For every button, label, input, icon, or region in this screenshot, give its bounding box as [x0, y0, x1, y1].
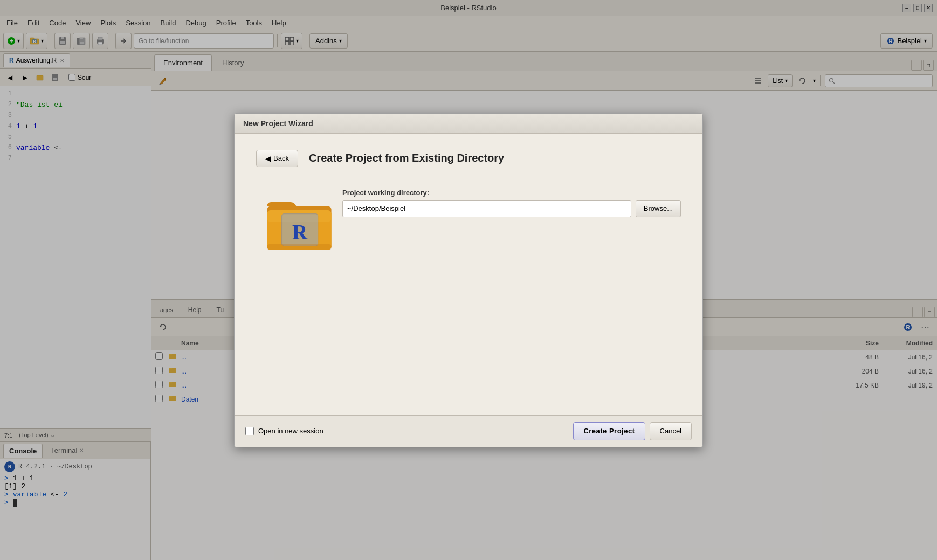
folder-r-icon: R [264, 189, 334, 259]
dialog-content: R Project working directory: Browse... [256, 183, 681, 399]
directory-input[interactable] [342, 200, 631, 217]
svg-text:R: R [292, 220, 308, 244]
dialog-body: ◀ Back Create Project from Existing Dire… [235, 134, 702, 415]
dialog-footer: Open in new session Create Project Cance… [235, 415, 702, 447]
dialog-header: New Project Wizard [235, 114, 702, 134]
dialog-title-row: ◀ Back Create Project from Existing Dire… [256, 150, 681, 167]
back-arrow-icon: ◀ [265, 154, 271, 163]
new-project-dialog: New Project Wizard ◀ Back Create Project… [234, 113, 703, 447]
create-project-button[interactable]: Create Project [573, 422, 645, 440]
form-row: Browse... [342, 200, 681, 217]
dialog-icon-area: R [256, 183, 342, 399]
dialog-form: Project working directory: Browse... [342, 183, 681, 399]
back-button[interactable]: ◀ Back [256, 150, 298, 167]
open-new-session-label: Open in new session [258, 427, 323, 435]
dialog-main-title: Create Project from Existing Directory [309, 152, 504, 164]
dialog-title: New Project Wizard [243, 119, 313, 128]
browse-button[interactable]: Browse... [636, 200, 681, 217]
dialog-overlay: New Project Wizard ◀ Back Create Project… [0, 0, 937, 560]
footer-buttons: Create Project Cancel [573, 422, 692, 440]
open-in-new-session-row: Open in new session [245, 427, 323, 435]
form-label: Project working directory: [342, 189, 681, 197]
open-new-session-checkbox[interactable] [245, 427, 254, 435]
svg-rect-45 [267, 244, 331, 250]
cancel-button[interactable]: Cancel [650, 422, 692, 440]
back-btn-label: Back [273, 154, 289, 162]
